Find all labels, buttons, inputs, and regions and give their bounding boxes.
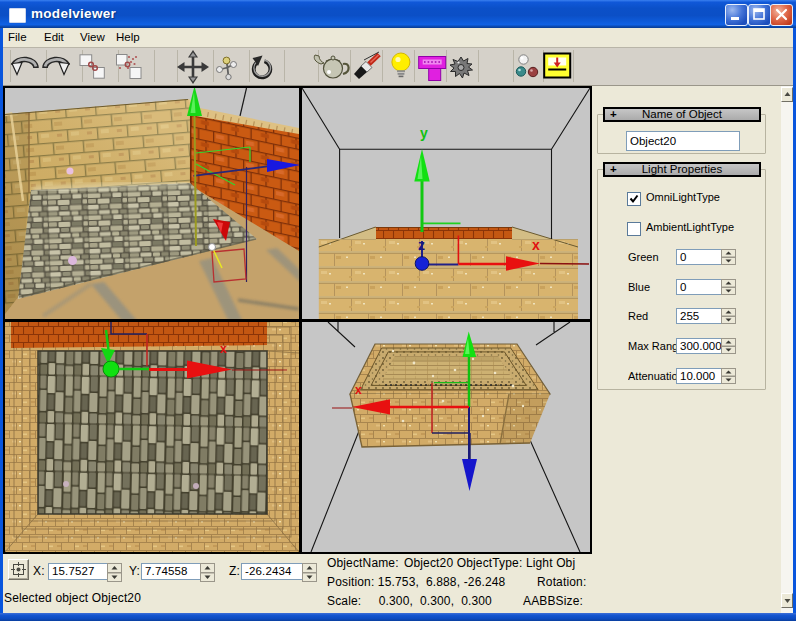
svg-text:z: z bbox=[418, 237, 425, 253]
svg-text:y: y bbox=[420, 125, 428, 141]
svg-text:x: x bbox=[355, 383, 362, 397]
svg-text:x: x bbox=[532, 237, 540, 253]
svg-text:x: x bbox=[220, 342, 227, 356]
